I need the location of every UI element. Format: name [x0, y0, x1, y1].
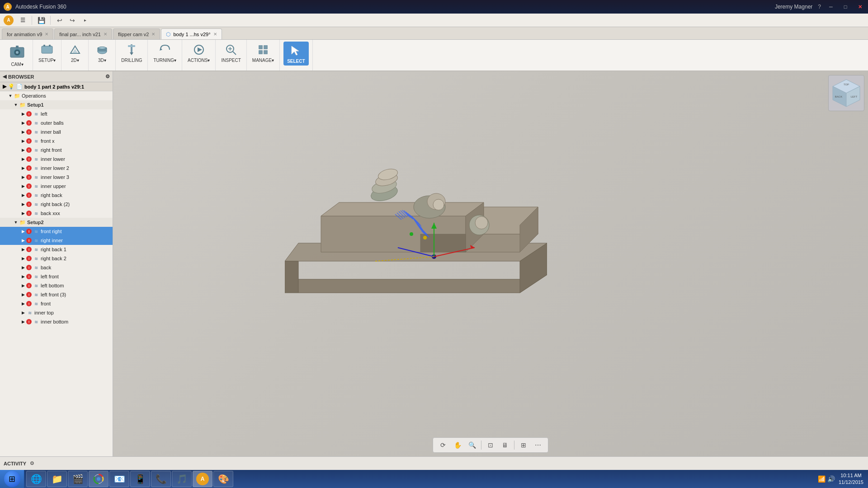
- item-front-right[interactable]: ▶ ! ≋ front right: [0, 227, 113, 236]
- browser-collapse-icon[interactable]: ◀: [3, 74, 6, 80]
- svg-rect-6: [49, 45, 51, 47]
- setup1-node[interactable]: ▼ 📁 Setup1: [0, 100, 113, 109]
- tab-2-close[interactable]: ✕: [151, 32, 155, 37]
- vt-more-button[interactable]: ⋯: [532, 440, 544, 450]
- tab-1[interactable]: final par... inch v21 ✕: [54, 28, 112, 39]
- tab-1-close[interactable]: ✕: [104, 32, 107, 37]
- setup2-node[interactable]: ▼ 📁 Setup2: [0, 218, 113, 227]
- browser-settings-icon[interactable]: ⚙: [105, 74, 110, 80]
- item-right-back-2[interactable]: ▶ ! ≋ right back (2): [0, 200, 113, 209]
- setup-button[interactable]: SETUP▾: [37, 42, 57, 64]
- more-button[interactable]: ▸: [80, 15, 90, 26]
- operations-node[interactable]: ▼ 📁 Operations: [0, 91, 113, 100]
- vt-zoom-button[interactable]: 🔍: [466, 440, 478, 450]
- volume-icon: 🔊: [827, 475, 835, 483]
- item-back[interactable]: ▶ ! ≋ back: [0, 263, 113, 272]
- item-right-front[interactable]: ▶ ! ≋ right front: [0, 145, 113, 155]
- operations-arrow[interactable]: ▼: [7, 93, 14, 99]
- navigation-cube[interactable]: TOP BACK LEFT: [828, 75, 864, 111]
- item-inner-lower-label: inner lower: [41, 156, 65, 162]
- taskbar-app-fusion[interactable]: A: [193, 471, 212, 487]
- actions-button[interactable]: ACTIONS▾: [186, 42, 212, 64]
- tab-0[interactable]: for animation v9 ✕: [2, 28, 53, 39]
- minimize-button[interactable]: ─: [826, 3, 835, 10]
- item-right-back-label: right back: [41, 192, 62, 198]
- vt-fit-button[interactable]: ⊡: [484, 440, 497, 450]
- redo-button[interactable]: ↪: [67, 15, 78, 26]
- svg-point-47: [433, 199, 444, 210]
- item-left-bottom[interactable]: ▶ ! ≋ left bottom: [0, 281, 113, 290]
- item-front[interactable]: ▶ ! ≋ front: [0, 299, 113, 308]
- op-icon-outer-balls: ≋: [33, 119, 40, 127]
- 2d-button[interactable]: 2D▾: [66, 42, 84, 64]
- turning-button[interactable]: TURNING▾: [151, 42, 178, 64]
- item-left-front[interactable]: ▶ ! ≋ left front: [0, 272, 113, 281]
- save-button[interactable]: 💾: [36, 15, 47, 26]
- taskbar-app-ie[interactable]: 🌐: [26, 471, 46, 487]
- activity-settings-icon[interactable]: ⚙: [30, 460, 34, 466]
- error-icon-left-front-3: !: [26, 292, 32, 297]
- svg-line-16: [233, 52, 236, 55]
- item-inner-top[interactable]: ▶ ≋ inner top: [0, 308, 113, 317]
- item-right-inner[interactable]: ▶ ! ≋ right inner: [0, 236, 113, 245]
- error-icon-front-x: !: [26, 138, 32, 144]
- taskbar-app-paint[interactable]: 🎨: [213, 471, 233, 487]
- item-right-back[interactable]: ▶ ! ≋ right back: [0, 191, 113, 200]
- item-inner-lower-3[interactable]: ▶ ! ≋ inner lower 3: [0, 173, 113, 182]
- inspect-button[interactable]: INSPECT: [219, 42, 242, 64]
- item-front-x-label: front x: [41, 138, 55, 144]
- select-button[interactable]: SELECT: [283, 42, 308, 66]
- browser-panel: ◀ BROWSER ⚙ ▶ 💡 📄 body 1 part 2 paths v2…: [0, 71, 113, 456]
- menu-button[interactable]: ☰: [17, 15, 28, 26]
- item-right-back-1[interactable]: ▶ ! ≋ right back 1: [0, 245, 113, 254]
- item-front-x[interactable]: ▶ ! ≋ front x: [0, 136, 113, 145]
- help-icon[interactable]: ?: [818, 4, 821, 10]
- taskbar-app-skype2[interactable]: 📞: [151, 471, 171, 487]
- item-left[interactable]: ▶ ! ≋ left: [0, 109, 113, 118]
- tab-2[interactable]: flipper cam v2 ✕: [113, 28, 160, 39]
- setup2-folder-icon: 📁: [19, 219, 26, 226]
- item-inner-lower-2[interactable]: ▶ ! ≋ inner lower 2: [0, 164, 113, 173]
- clock-time: 10:11 AM: [839, 472, 863, 479]
- error-icon-right-back: !: [26, 192, 32, 198]
- item-left-front-3[interactable]: ▶ ! ≋ left front (3): [0, 290, 113, 299]
- taskbar-app-chrome[interactable]: [89, 471, 108, 487]
- item-right-back-2b[interactable]: ▶ ! ≋ right back 2: [0, 254, 113, 263]
- item-inner-upper[interactable]: ▶ ! ≋ inner upper: [0, 182, 113, 191]
- error-icon-back-xxx: !: [26, 211, 32, 216]
- svg-point-83: [97, 477, 100, 481]
- undo-button[interactable]: ↩: [54, 15, 65, 26]
- item-outer-balls[interactable]: ▶ ! ≋ outer balls: [0, 118, 113, 127]
- item-back-xxx[interactable]: ▶ ! ≋ back xxx: [0, 209, 113, 218]
- clock[interactable]: 10:11 AM 11/12/2015: [839, 472, 863, 486]
- drilling-button[interactable]: DRILLING: [119, 42, 144, 64]
- file-expand-arrow[interactable]: ▶: [3, 84, 6, 89]
- item-inner-lower[interactable]: ▶ ! ≋ inner lower: [0, 155, 113, 164]
- setup2-arrow[interactable]: ▼: [13, 219, 19, 225]
- vt-grid-button[interactable]: ⊞: [517, 440, 530, 450]
- maximize-button[interactable]: □: [841, 3, 850, 10]
- 3d-button[interactable]: 3D▾: [93, 42, 111, 64]
- taskbar-app-media[interactable]: 🎬: [68, 471, 88, 487]
- taskbar-app-outlook[interactable]: 📧: [109, 471, 129, 487]
- tab-3[interactable]: ⬡ body 1 ...hs v29° ✕: [161, 28, 222, 39]
- tab-0-close[interactable]: ✕: [45, 32, 48, 37]
- file-node[interactable]: ▶ 💡 📄 body 1 part 2 paths v29:1: [0, 82, 113, 91]
- start-button[interactable]: ⊞: [0, 470, 24, 488]
- taskbar-app-skype1[interactable]: 📱: [130, 471, 150, 487]
- item-right-back-2-label: right back (2): [41, 202, 70, 207]
- tab-3-close[interactable]: ✕: [213, 32, 217, 37]
- cam-button[interactable]: CAM▾: [5, 42, 29, 69]
- vt-display-button[interactable]: 🖥: [499, 440, 511, 450]
- setup1-arrow[interactable]: ▼: [13, 102, 19, 108]
- vt-pan-button[interactable]: ✋: [451, 440, 464, 450]
- taskbar-app-spotify[interactable]: 🎵: [172, 471, 192, 487]
- viewport[interactable]: TOP BACK LEFT: [113, 71, 868, 456]
- close-button[interactable]: ✕: [855, 3, 864, 10]
- item-inner-ball[interactable]: ▶ ! ≋ inner ball: [0, 127, 113, 136]
- ribbon-group-inspect: INSPECT: [216, 40, 246, 70]
- taskbar-app-explorer[interactable]: 📁: [47, 471, 67, 487]
- item-inner-bottom[interactable]: ▶ ! ≋ inner bottom: [0, 317, 113, 326]
- vt-orbit-button[interactable]: ⟳: [437, 440, 449, 450]
- manage-button[interactable]: MANAGE▾: [250, 42, 276, 64]
